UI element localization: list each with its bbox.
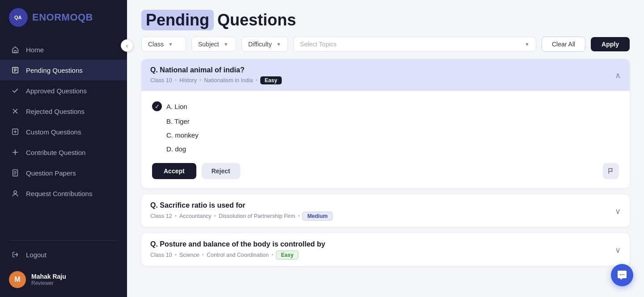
q2-difficulty-badge: Medium — [302, 212, 332, 221]
option-1c: C. monkey — [152, 128, 619, 142]
question-header-2[interactable]: Q. Sacrifice ratio is used for Class 12 … — [141, 194, 630, 227]
sidebar-item-request-contributions[interactable]: Request Contributions — [0, 183, 127, 204]
q1-subject: History — [179, 77, 197, 84]
difficulty-filter-label: Difficulty — [248, 41, 272, 48]
question-info-1: Q. National animal of india? Class 10 • … — [150, 66, 282, 84]
svg-point-9 — [623, 274, 624, 275]
sidebar-collapse-button[interactable]: ‹ — [121, 39, 133, 52]
option-1b-text: B. Tiger — [166, 117, 190, 125]
sidebar-item-question-papers[interactable]: Question Papers — [0, 163, 127, 183]
topics-chevron-icon: ▼ — [525, 42, 530, 47]
sidebar-divider — [9, 240, 118, 241]
user-info: Mahak Raju Reviewer — [31, 273, 66, 286]
custom-icon — [11, 127, 20, 136]
question-meta-1: Class 10 • History • Nationalism in Indi… — [150, 76, 282, 84]
chat-bubble-button[interactable] — [611, 264, 633, 286]
page-title: Pending Questions — [141, 10, 630, 30]
home-icon — [11, 45, 20, 54]
question-card-1: Q. National animal of india? Class 10 • … — [141, 59, 630, 188]
sidebar-item-pending-questions[interactable]: Pending Questions — [0, 60, 127, 80]
q3-subject: Science — [179, 252, 199, 258]
sidebar-item-label-papers: Question Papers — [26, 169, 76, 177]
user-role: Reviewer — [31, 280, 66, 286]
main-content: Pending Questions Class ▼ Subject ▼ Diff… — [127, 0, 644, 297]
sidebar-nav: Home Pending Questions Approved Question… — [0, 35, 127, 237]
q1-topic: Nationalism in India — [204, 77, 253, 84]
user-name: Mahak Raju — [31, 273, 66, 280]
papers-icon — [11, 168, 20, 177]
question-header-1[interactable]: Q. National animal of india? Class 10 • … — [141, 59, 630, 91]
filter-bar: Class ▼ Subject ▼ Difficulty ▼ Select To… — [127, 37, 644, 59]
reject-button-1[interactable]: Reject — [202, 163, 240, 179]
subject-chevron-icon: ▼ — [224, 42, 229, 47]
subject-filter[interactable]: Subject ▼ — [191, 37, 236, 52]
class-filter-label: Class — [148, 41, 164, 48]
sidebar-item-rejected-questions[interactable]: Rejected Questions — [0, 101, 127, 121]
logout-label: Logout — [26, 251, 47, 259]
q1-class: Class 10 — [150, 77, 172, 84]
request-icon — [11, 189, 20, 198]
svg-point-6 — [14, 191, 17, 193]
topics-filter[interactable]: Select Topics ▼ — [293, 37, 536, 52]
q3-topic: Control and Coordination — [207, 252, 269, 258]
q3-class: Class 10 — [150, 252, 172, 258]
question-title-2: Q. Sacrifice ratio is used for — [150, 201, 333, 209]
contribute-icon — [11, 148, 20, 157]
sidebar-item-contribute-question[interactable]: Contribute Question — [0, 142, 127, 163]
action-btns-1: Accept Reject — [152, 163, 240, 179]
class-filter[interactable]: Class ▼ — [141, 37, 186, 52]
question-meta-3: Class 10 • Science • Control and Coordin… — [150, 251, 325, 259]
q3-difficulty-badge: Easy — [276, 251, 298, 259]
sidebar-item-approved-questions[interactable]: Approved Questions — [0, 80, 127, 101]
q1-difficulty-badge: Easy — [260, 76, 282, 84]
chat-icon — [617, 270, 627, 280]
logout-icon — [11, 250, 20, 259]
question-title-3: Q. Posture and balance of the body is co… — [150, 240, 325, 248]
q2-chevron-icon: ∨ — [615, 206, 621, 216]
question-card-2: Q. Sacrifice ratio is used for Class 12 … — [141, 194, 630, 227]
svg-text:QA: QA — [14, 15, 22, 20]
logo-text: ENORMOQB — [32, 12, 93, 23]
pending-icon — [11, 66, 20, 75]
question-info-3: Q. Posture and balance of the body is co… — [150, 240, 325, 259]
sidebar-item-label-pending: Pending Questions — [26, 67, 83, 74]
sidebar-item-label-custom: Custom Questions — [26, 128, 81, 136]
logout-button[interactable]: Logout — [0, 244, 127, 265]
svg-rect-2 — [14, 50, 17, 53]
avatar: M — [9, 271, 26, 288]
sidebar-item-custom-questions[interactable]: Custom Questions — [0, 121, 127, 142]
question-header-3[interactable]: Q. Posture and balance of the body is co… — [141, 233, 630, 266]
rejected-icon — [11, 107, 20, 116]
q2-subject: Accountancy — [179, 213, 212, 219]
question-info-2: Q. Sacrifice ratio is used for Class 12 … — [150, 201, 333, 221]
question-title-1: Q. National animal of india? — [150, 66, 282, 74]
subject-filter-label: Subject — [198, 41, 219, 48]
title-rest: Questions — [217, 11, 296, 29]
class-chevron-icon: ▼ — [168, 42, 173, 47]
q2-class: Class 12 — [150, 213, 172, 219]
correct-check-icon: ✓ — [152, 101, 162, 111]
option-1d-text: D. dog — [166, 145, 186, 153]
sidebar-logo: QA ENORMOQB — [0, 0, 127, 35]
option-1d: D. dog — [152, 142, 619, 156]
title-highlight: Pending — [141, 10, 214, 30]
sidebar: QA ENORMOQB ‹ Home Pending Questions — [0, 0, 127, 297]
accept-button-1[interactable]: Accept — [152, 163, 196, 179]
difficulty-filter[interactable]: Difficulty ▼ — [242, 37, 288, 52]
option-1c-text: C. monkey — [166, 131, 199, 139]
topics-filter-label: Select Topics — [300, 41, 521, 48]
questions-list: Q. National animal of india? Class 10 • … — [127, 59, 644, 275]
sidebar-item-label-contribute: Contribute Question — [26, 149, 85, 156]
option-1a-text: A. Lion — [166, 103, 187, 110]
question-card-3: Q. Posture and balance of the body is co… — [141, 233, 630, 266]
apply-button[interactable]: Apply — [591, 37, 630, 51]
sidebar-item-label-rejected: Rejected Questions — [26, 108, 85, 115]
question-body-1: ✓ A. Lion B. Tiger C. monkey D. dog — [141, 91, 630, 188]
sidebar-user: M Mahak Raju Reviewer — [0, 265, 127, 297]
clear-all-button[interactable]: Clear All — [542, 37, 585, 52]
page-header: Pending Questions — [127, 0, 644, 37]
flag-icon — [607, 167, 614, 175]
sidebar-item-home[interactable]: Home — [0, 39, 127, 60]
approved-icon — [11, 86, 20, 95]
flag-button-1[interactable] — [603, 163, 619, 179]
